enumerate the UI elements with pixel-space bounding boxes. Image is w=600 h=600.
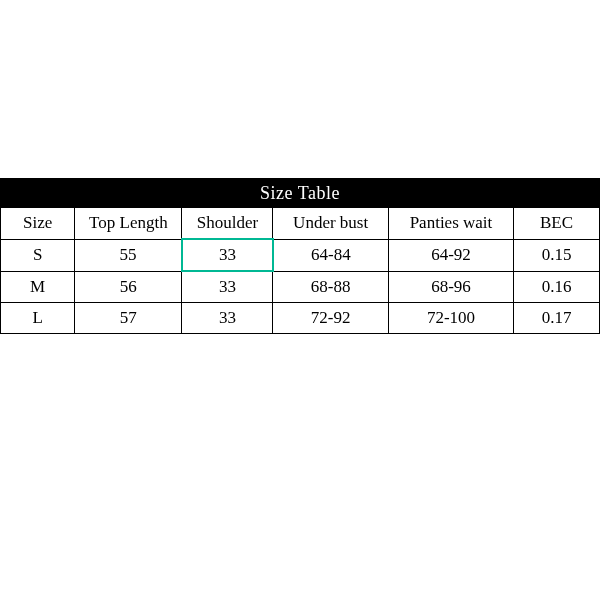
size-table: Size Table Size Top Length Shoulder Unde…: [0, 178, 600, 334]
cell-size: S: [1, 239, 75, 271]
cell-pantieswait: 68-96: [388, 271, 513, 303]
cell-bec: 0.17: [514, 303, 600, 334]
cell-underbust: 72-92: [273, 303, 389, 334]
cell-size: M: [1, 271, 75, 303]
col-size: Size: [1, 208, 75, 240]
cell-top: 57: [75, 303, 182, 334]
col-shoulder: Shoulder: [182, 208, 273, 240]
title-row: Size Table: [1, 179, 600, 208]
cell-bec: 0.15: [514, 239, 600, 271]
table-row: L 57 33 72-92 72-100 0.17: [1, 303, 600, 334]
col-bec: BEC: [514, 208, 600, 240]
page: Size Table Size Top Length Shoulder Unde…: [0, 0, 600, 600]
cell-top: 56: [75, 271, 182, 303]
cell-pantieswait: 72-100: [388, 303, 513, 334]
cell-shoulder-highlighted: 33: [182, 239, 273, 271]
col-underbust: Under bust: [273, 208, 389, 240]
table-title: Size Table: [1, 179, 600, 208]
cell-top: 55: [75, 239, 182, 271]
col-pantieswait: Panties wait: [388, 208, 513, 240]
cell-bec: 0.16: [514, 271, 600, 303]
col-top: Top Length: [75, 208, 182, 240]
table-row: M 56 33 68-88 68-96 0.16: [1, 271, 600, 303]
cell-size: L: [1, 303, 75, 334]
cell-underbust: 64-84: [273, 239, 389, 271]
cell-underbust: 68-88: [273, 271, 389, 303]
header-row: Size Top Length Shoulder Under bust Pant…: [1, 208, 600, 240]
table-row: S 55 33 64-84 64-92 0.15: [1, 239, 600, 271]
cell-shoulder: 33: [182, 271, 273, 303]
cell-shoulder: 33: [182, 303, 273, 334]
cell-pantieswait: 64-92: [388, 239, 513, 271]
